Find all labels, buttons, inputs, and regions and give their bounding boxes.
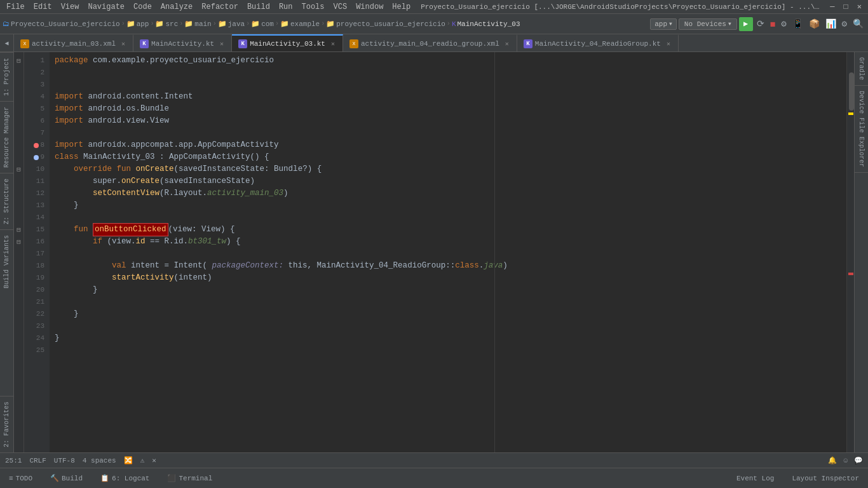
code-line-14 (55, 212, 841, 224)
menu-analyze[interactable]: Analyze (157, 1, 196, 13)
code-line-18: val intent = Intent( packageContext: thi… (55, 260, 841, 272)
right-sidebar: Gradle Device File Explorer (854, 52, 868, 452)
tab-mainactivity-kt[interactable]: K MainActivity.kt ✕ (133, 34, 232, 51)
logcat-tool[interactable]: 📋 6: Logcat (97, 473, 153, 484)
sync-button[interactable]: ⚙ (779, 17, 788, 30)
fold-class[interactable]: ⊟ (14, 55, 24, 67)
code-line-21 (55, 296, 841, 308)
no-devices-dropdown[interactable]: No Devices ▼ (679, 18, 737, 30)
logcat-icon: 📋 (100, 474, 109, 482)
code-line-25 (55, 344, 841, 356)
close-button[interactable]: ✕ (853, 1, 865, 13)
tab-activity-main-03-xml[interactable]: X activity_main_03.xml ✕ (14, 34, 133, 51)
tab-mainactivity-04-kt[interactable]: K MainActivity_04_ReadioGroup.kt ✕ (517, 34, 679, 51)
config-dropdown[interactable]: app ▼ (650, 18, 677, 30)
status-position[interactable]: 25:1 (5, 457, 22, 464)
breadcrumb-project[interactable]: 🗂 Proyecto_Usuario_ejercicio (3, 20, 120, 28)
device-file-explorer-tab[interactable]: Device File Explorer (855, 86, 868, 173)
build-variants-tab[interactable]: Build Variants (0, 229, 13, 294)
tab-close-2[interactable]: ✕ (330, 40, 336, 48)
code-line-16: if (view.id == R.id.bt301_tw) { (55, 236, 841, 248)
search-everywhere-button[interactable]: 🔍 (851, 17, 865, 30)
profiler-button[interactable]: 📊 (824, 17, 838, 30)
tab-activity-main-04-xml[interactable]: X activity_main_04_readio_group.xml ✕ (343, 34, 517, 51)
event-log-tool[interactable]: Event Log (733, 473, 778, 484)
gradle-panel-tab[interactable]: Gradle (855, 52, 868, 86)
code-content[interactable]: package com.example.proyecto_usuario_eje… (50, 52, 846, 452)
build-tool[interactable]: 🔨 Build (46, 473, 86, 484)
status-encoding[interactable]: UTF-8 (54, 457, 75, 464)
line-number-gutter: ⊟ ⊟ ⊟ ⊟ (14, 52, 50, 452)
menu-view[interactable]: View (57, 1, 83, 13)
breadcrumb-mainactivity[interactable]: K MainActivity_03 (452, 20, 520, 28)
main-area: 1: Project Resource Manager Z: Structure… (0, 52, 868, 452)
menu-edit[interactable]: Edit (30, 1, 56, 13)
kt-icon-2: K (238, 39, 247, 48)
terminal-tool[interactable]: ⬛ Terminal (163, 473, 216, 484)
menu-file[interactable]: File (3, 1, 29, 13)
resource-manager-tab[interactable]: Resource Manager (0, 101, 13, 173)
code-line-19: startActivity(intent) (55, 272, 841, 284)
xml-icon: X (20, 39, 29, 48)
menu-build[interactable]: Build (243, 1, 274, 13)
sdk-button[interactable]: 📦 (807, 17, 822, 30)
tab-close-1[interactable]: ✕ (219, 40, 225, 48)
breadcrumb-example[interactable]: 📁 example (280, 20, 320, 28)
code-line-13: } (55, 200, 841, 212)
highlighted-function-name: onButtonClicked (93, 223, 168, 236)
menu-navigate[interactable]: Navigate (84, 1, 128, 13)
breadcrumb-app[interactable]: 📁 app (126, 20, 149, 28)
build-icon: 🔨 (50, 474, 59, 482)
status-line-ending[interactable]: CRLF (29, 457, 46, 464)
menu-help[interactable]: Help (388, 1, 414, 13)
breadcrumb-package[interactable]: 📁 proyecto_usuario_ejercicio (326, 20, 445, 28)
structure-tab[interactable]: Z: Structure (0, 173, 13, 229)
favorites-tab[interactable]: 2: Favorites (0, 396, 13, 452)
menu-bar: File Edit View Navigate Code Analyze Ref… (0, 0, 868, 14)
project-panel-toggle[interactable]: ◀ (0, 34, 14, 51)
breadcrumb-src[interactable]: 📁 src (155, 20, 178, 28)
minimize-button[interactable]: ─ (826, 1, 838, 13)
menu-refactor[interactable]: Refactor (198, 1, 242, 13)
devices-dropdown-arrow: ▼ (728, 21, 731, 27)
menu-run[interactable]: Run (275, 1, 297, 13)
folder-icon-6: 📁 (280, 20, 289, 28)
maximize-button[interactable]: □ (840, 1, 852, 13)
breadcrumb-java[interactable]: 📁 java (218, 20, 245, 28)
menu-tools[interactable]: Tools (298, 1, 329, 13)
kt-icon-3: K (524, 39, 532, 48)
todo-tool[interactable]: ≡ TODO (5, 473, 36, 484)
breakpoint-icon (34, 143, 39, 148)
breadcrumb-main[interactable]: 📁 main (184, 20, 211, 28)
xml-icon-2: X (349, 39, 358, 48)
layout-inspector-tool[interactable]: Layout Inspector (788, 473, 863, 484)
tab-close-4[interactable]: ✕ (665, 40, 672, 48)
menu-window[interactable]: Window (352, 1, 387, 13)
refresh-button[interactable]: ⟳ (755, 17, 766, 30)
breadcrumb-com[interactable]: 📁 com (251, 20, 274, 28)
avd-button[interactable]: 📱 (790, 17, 805, 30)
tab-mainactivity-03-kt[interactable]: K MainActivity_03.kt ✕ (232, 34, 343, 51)
menu-vcs[interactable]: VCS (330, 1, 351, 13)
folder-icon-4: 📁 (218, 20, 227, 28)
project-panel-tab[interactable]: 1: Project (0, 52, 13, 101)
code-line-10: override fun onCreate(savedInstanceState… (55, 163, 841, 175)
menu-code[interactable]: Code (130, 1, 156, 13)
todo-icon: ≡ (9, 475, 13, 482)
status-indent[interactable]: 4 spaces (83, 457, 116, 464)
scrollbar-thumb[interactable] (849, 72, 854, 111)
tab-close-3[interactable]: ✕ (504, 40, 510, 48)
status-face-icon: ☺ (843, 457, 848, 464)
fold-if[interactable]: ⊟ (14, 236, 24, 248)
stop-button[interactable]: ◼ (768, 17, 777, 30)
settings-button[interactable]: ⚙ (840, 17, 849, 30)
run-button[interactable]: ▶ (739, 17, 753, 31)
fold-onbuttonclicked[interactable]: ⊟ (14, 224, 24, 236)
execution-icon (34, 155, 39, 160)
fold-oncreate[interactable]: ⊟ (14, 163, 24, 175)
breadcrumb: 🗂 Proyecto_Usuario_ejercicio › 📁 app › 📁… (3, 20, 648, 28)
code-line-4: import android.content.Intent (55, 91, 841, 103)
tab-close-0[interactable]: ✕ (120, 40, 126, 48)
tabs-bar: ◀ X activity_main_03.xml ✕ K MainActivit… (0, 34, 868, 52)
no-devices-label: No Devices (684, 20, 726, 28)
